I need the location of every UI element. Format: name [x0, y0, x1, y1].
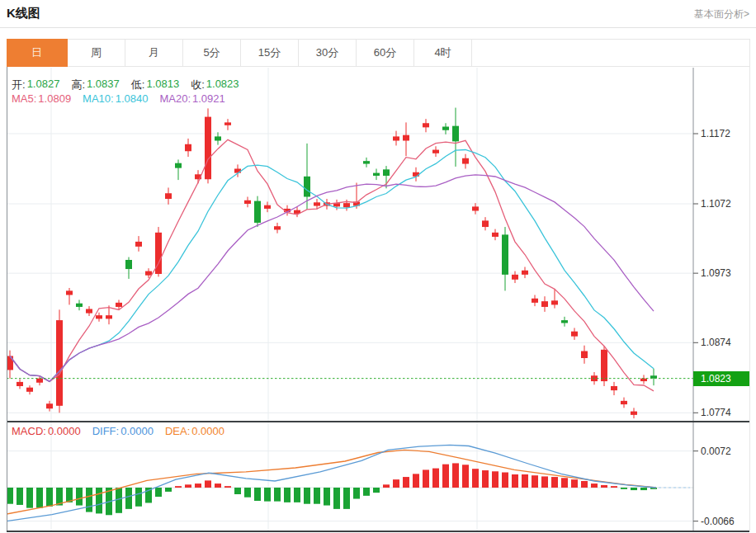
macd-bar: [304, 488, 310, 504]
candle-body: [522, 271, 528, 275]
low-value: 1.0813: [146, 78, 179, 92]
dea-value-readout: DEA:0.0000: [165, 425, 224, 437]
candle-body: [7, 356, 13, 370]
candle-body: [650, 375, 657, 378]
macd-bar: [86, 488, 92, 512]
macd-bar: [631, 488, 637, 490]
chart-bottom-border: [7, 531, 749, 532]
macd-bar: [353, 488, 360, 499]
tab-4hour[interactable]: 4时: [414, 40, 472, 66]
candlestick-chart[interactable]: 1.11721.10721.09731.08741.0774: [7, 68, 749, 421]
macd-bar: [581, 481, 588, 488]
macd-bar: [561, 478, 568, 488]
candle-body: [215, 136, 221, 140]
diff-value: 0.0000: [120, 425, 154, 437]
header-divider: [0, 27, 756, 28]
macd-bar: [512, 474, 518, 488]
macd-bar: [502, 473, 508, 488]
tab-5min[interactable]: 5分: [183, 40, 241, 66]
candle-body: [551, 300, 558, 304]
candle-body: [145, 271, 152, 276]
y-axis-label: 1.0774: [701, 407, 731, 418]
ma-line: [10, 139, 654, 391]
candle-body: [56, 320, 63, 406]
macd-bar: [244, 488, 251, 498]
tab-month[interactable]: 月: [125, 40, 183, 66]
tab-week[interactable]: 周: [68, 40, 125, 66]
macd-bar: [17, 488, 23, 505]
macd-bar: [76, 488, 83, 506]
period-tabbar: 日 周 月 5分 15分 30分 60分 4时: [7, 39, 749, 67]
candle-body: [175, 163, 182, 168]
fundamental-analysis-link[interactable]: 基本面分析>: [694, 7, 749, 21]
candle-body: [611, 386, 617, 390]
candle-body: [205, 117, 211, 180]
candle-body: [640, 379, 647, 381]
candle-body: [601, 350, 607, 381]
macd-bar: [413, 474, 419, 488]
widget-right-border: [749, 39, 750, 531]
macd-bar: [205, 480, 211, 488]
ma-readout: MA5:1.0809 MA10:1.0840 MA20:1.0921: [12, 92, 225, 105]
candle-body: [165, 193, 172, 199]
open-readout: 开:1.0827: [12, 78, 59, 92]
ma5-value: 1.0809: [38, 92, 71, 105]
macd-bar: [165, 488, 172, 492]
macd-bar: [264, 488, 271, 502]
macd-bar: [541, 476, 548, 488]
macd-bar: [324, 488, 330, 506]
close-value: 1.0823: [206, 78, 239, 92]
tab-day[interactable]: 日: [7, 39, 68, 67]
tab-60min[interactable]: 60分: [357, 40, 414, 66]
candle-body: [224, 122, 231, 125]
candle-body: [581, 351, 588, 359]
ma10-readout: MA10:1.0840: [83, 92, 148, 105]
candle-body: [244, 200, 251, 204]
candle-body: [343, 203, 350, 207]
macd-bar: [294, 488, 300, 502]
y-axis-label: 0.0072: [701, 446, 731, 457]
candle-body: [423, 123, 429, 127]
candle-body: [106, 315, 112, 318]
macd-value-readout: MACD:0.0000: [12, 425, 81, 437]
candle-body: [125, 260, 132, 269]
ma20-value: 1.0921: [192, 92, 225, 105]
candle-body: [393, 136, 399, 140]
macd-bar: [462, 465, 469, 488]
macd-bar: [621, 488, 627, 489]
candle-body: [383, 169, 390, 176]
macd-bar: [393, 479, 399, 488]
macd-bar: [155, 488, 162, 497]
candle-body: [413, 172, 419, 177]
candle-body: [532, 299, 538, 303]
macd-value: 0.0000: [48, 425, 81, 437]
candle-body: [373, 173, 380, 176]
high-readout: 高:1.0837: [71, 78, 119, 92]
macd-bar: [601, 485, 607, 488]
macd-bar: [383, 484, 390, 488]
ma5-readout: MA5:1.0809: [12, 92, 71, 105]
candle-body: [314, 202, 320, 205]
candle-body: [36, 379, 43, 383]
low-readout: 低:1.0813: [131, 78, 179, 92]
close-readout: 收:1.0823: [191, 78, 239, 92]
candle-body: [541, 301, 548, 307]
macd-bar: [215, 483, 221, 488]
candle-body: [264, 205, 271, 209]
candle-body: [631, 412, 637, 415]
tab-15min[interactable]: 15分: [241, 40, 299, 66]
macd-bar: [26, 488, 33, 508]
macd-bar: [284, 488, 291, 502]
high-value: 1.0837: [87, 78, 120, 92]
candle-body: [96, 315, 102, 318]
tab-30min[interactable]: 30分: [299, 40, 357, 66]
macd-chart[interactable]: 0.0072-0.0066: [7, 422, 749, 531]
candle-body: [234, 169, 241, 173]
ma10-value: 1.0840: [116, 92, 149, 105]
macd-bar: [432, 469, 439, 488]
candle-body: [363, 161, 370, 163]
candle-body: [26, 388, 33, 392]
candle-body: [502, 234, 508, 274]
macd-bar: [571, 479, 578, 488]
macd-bar: [591, 483, 598, 488]
